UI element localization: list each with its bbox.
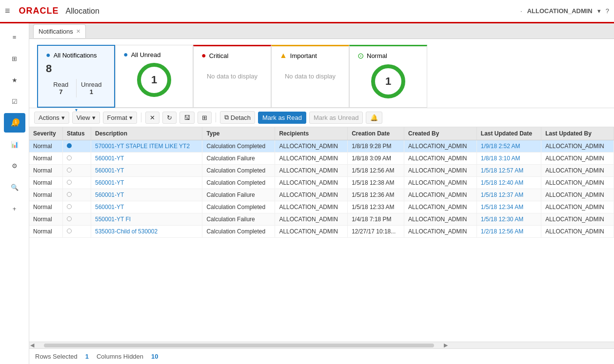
cell-status	[62, 189, 91, 201]
sidebar-item-star[interactable]: ★	[4, 70, 25, 90]
scroll-thumb[interactable]	[44, 344, 434, 347]
all-notif-dropdown-icon[interactable]: ▾	[75, 107, 78, 113]
table-row[interactable]: Normal 570001-YT STAPLE ITEM LIKE YT2 Ca…	[29, 140, 614, 153]
cell-description[interactable]: 560001-YT	[91, 165, 202, 177]
export-icon: ⊞	[202, 114, 207, 121]
tab-notifications[interactable]: Notifications ✕	[33, 24, 86, 38]
normal-donut-container: 1	[357, 64, 419, 98]
cell-created-by: ALLOCATION_ADMIN	[404, 213, 477, 226]
col-type: Type	[202, 127, 275, 140]
delete-icon: ✕	[150, 114, 155, 121]
notif-card-critical[interactable]: ● Critical No data to display	[193, 45, 271, 108]
cell-severity: Normal	[29, 153, 62, 165]
table-row[interactable]: Normal 560001-YT Calculation Failure ALL…	[29, 153, 614, 165]
cell-severity: Normal	[29, 140, 62, 153]
cell-description[interactable]: 560001-YT	[91, 189, 202, 201]
important-dot-icon: ▲	[279, 51, 287, 60]
horizontal-scrollbar[interactable]: ◀ ▶	[29, 342, 614, 348]
cell-creation-date: 1/4/18 7:18 PM	[348, 213, 404, 226]
bell-toolbar-icon-glyph: 🔔	[370, 114, 378, 121]
search-icon: 🔍	[11, 184, 19, 191]
view-button[interactable]: View ▾	[72, 112, 100, 124]
task-icon: ☑	[12, 98, 18, 105]
mark-read-button[interactable]: Mark as Read	[258, 112, 306, 124]
app-title: Allocation	[66, 7, 99, 16]
format-button[interactable]: Format ▾	[103, 112, 137, 124]
col-last-updated-date: Last Updated Date	[476, 127, 541, 140]
cell-last-updated-date[interactable]: 1/9/18 2:52 AM	[476, 140, 541, 153]
cell-recipients: ALLOCATION_ADMIN	[275, 189, 348, 201]
sidebar-item-menu[interactable]: ≡	[4, 27, 25, 47]
columns-hidden-label: Columns Hidden	[97, 353, 143, 360]
all-notif-count: 8	[46, 62, 106, 75]
notif-card-all[interactable]: ● All Notifications 8 Read 7 Unread 1	[37, 45, 115, 108]
tab-close-icon[interactable]: ✕	[76, 28, 80, 35]
main-content: Notifications ✕ ● All Notifications 8 Re…	[29, 23, 614, 364]
notif-card-normal[interactable]: ⊙ Normal 1	[349, 45, 427, 108]
col-last-updated-by: Last Updated By	[541, 127, 614, 140]
notif-card-important[interactable]: ▲ Important No data to display	[271, 45, 349, 108]
table-row[interactable]: Normal 560001-YT Calculation Failure ALL…	[29, 189, 614, 201]
cell-created-by: ALLOCATION_ADMIN	[404, 140, 477, 153]
detach-button[interactable]: ⧉ Detach	[220, 111, 255, 124]
cell-type: Calculation Failure	[202, 213, 275, 226]
cell-severity: Normal	[29, 189, 62, 201]
cell-creation-date: 1/8/18 3:09 AM	[348, 153, 404, 165]
delete-button[interactable]: ✕	[145, 112, 159, 124]
sidebar-item-gear[interactable]: ⚙	[4, 156, 25, 175]
table-wrapper: Severity Status Description Type Recipie…	[29, 127, 614, 342]
cell-last-updated-date[interactable]: 1/5/18 12:57 AM	[476, 165, 541, 177]
table-row[interactable]: Normal 560001-YT Calculation Completed A…	[29, 165, 614, 177]
cell-type: Calculation Completed	[202, 177, 275, 189]
user-name: ALLOCATION_ADMIN	[527, 7, 593, 15]
cell-description[interactable]: 560001-YT	[91, 201, 202, 213]
table-row[interactable]: Normal 560001-YT Calculation Completed A…	[29, 177, 614, 189]
notif-card-unread[interactable]: ● All Unread 1	[115, 45, 193, 108]
cell-recipients: ALLOCATION_ADMIN	[275, 226, 348, 238]
format-caret-icon: ▾	[129, 114, 133, 121]
hamburger-menu-icon[interactable]: ≡	[5, 6, 10, 16]
table-row[interactable]: Normal 550001-YT FI Calculation Failure …	[29, 213, 614, 226]
cell-description[interactable]: 535003-Child of 530002	[91, 226, 202, 238]
top-bar: ≡ ORACLE Allocation · ALLOCATION_ADMIN ▾…	[0, 0, 614, 23]
cell-last-updated-date[interactable]: 1/2/18 12:56 AM	[476, 226, 541, 238]
cell-description[interactable]: 560001-YT	[91, 177, 202, 189]
help-icon[interactable]: ?	[606, 7, 609, 15]
cell-description[interactable]: 570001-YT STAPLE ITEM LIKE YT2	[91, 140, 202, 153]
cell-type: Calculation Completed	[202, 201, 275, 213]
view-caret-icon: ▾	[92, 114, 96, 121]
cell-last-updated-date[interactable]: 1/8/18 3:10 AM	[476, 153, 541, 165]
cell-recipients: ALLOCATION_ADMIN	[275, 213, 348, 226]
sidebar-item-bell[interactable]: 🔔 1	[4, 113, 25, 133]
cell-last-updated-date[interactable]: 1/5/18 12:34 AM	[476, 201, 541, 213]
mark-unread-button[interactable]: Mark as Unread	[309, 112, 363, 124]
cell-description[interactable]: 550001-YT FI	[91, 213, 202, 226]
sidebar-item-search[interactable]: 🔍	[4, 177, 25, 197]
export-button[interactable]: ⊞	[198, 112, 212, 124]
normal-dot-icon: ⊙	[357, 51, 364, 60]
cell-last-updated-date[interactable]: 1/5/18 12:30 AM	[476, 213, 541, 226]
actions-button[interactable]: Actions ▾	[34, 112, 69, 124]
table-row[interactable]: Normal 560001-YT Calculation Completed A…	[29, 201, 614, 213]
sidebar-item-plus[interactable]: +	[4, 199, 25, 218]
scroll-right-arrow[interactable]: ▶	[444, 342, 448, 348]
toolbar: Actions ▾ View ▾ Format ▾ ✕ ↻ 🖫 ⊞	[29, 108, 614, 127]
sidebar-item-grid[interactable]: ⊞	[4, 49, 25, 68]
cell-description[interactable]: 560001-YT	[91, 153, 202, 165]
top-bar-caret[interactable]: ▾	[597, 7, 601, 15]
scroll-left-arrow[interactable]: ◀	[30, 342, 34, 348]
status-dot-empty	[67, 229, 72, 233]
cell-type: Calculation Completed	[202, 140, 275, 153]
cell-last-updated-date[interactable]: 1/5/18 12:37 AM	[476, 189, 541, 201]
bell-toolbar-icon[interactable]: 🔔	[366, 112, 382, 124]
unread-donut-container: 1	[123, 63, 185, 97]
oracle-logo: ORACLE	[19, 6, 59, 16]
refresh-button[interactable]: ↻	[162, 112, 177, 124]
cell-last-updated-date[interactable]: 1/5/18 12:40 AM	[476, 177, 541, 189]
sidebar-item-chart[interactable]: 📊	[4, 134, 25, 154]
save-button[interactable]: 🖫	[179, 112, 195, 124]
sidebar-item-task[interactable]: ☑	[4, 92, 25, 111]
table-row[interactable]: Normal 535003-Child of 530002 Calculatio…	[29, 226, 614, 238]
status-bar: Rows Selected 1 Columns Hidden 10	[29, 348, 614, 364]
cell-created-by: ALLOCATION_ADMIN	[404, 165, 477, 177]
